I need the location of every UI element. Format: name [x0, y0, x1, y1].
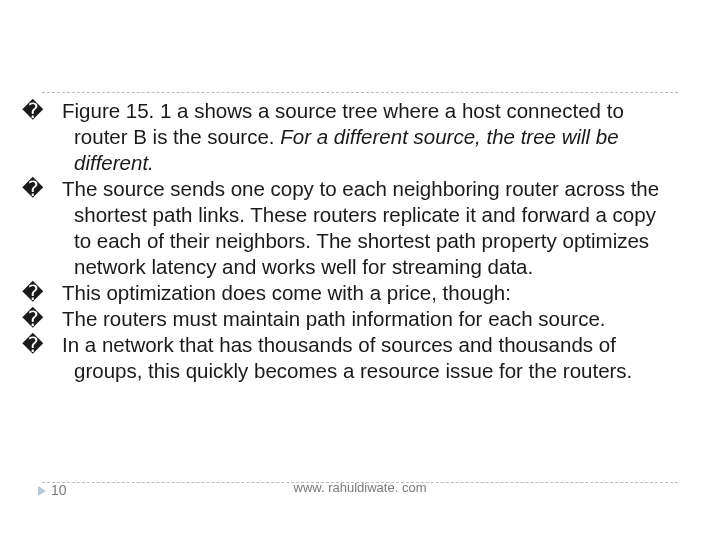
bullet-square-icon: � [48, 332, 62, 358]
bullet-square-icon: � [48, 306, 62, 332]
slide: �Figure 15. 1 a shows a source tree wher… [0, 0, 720, 540]
bullet-square-icon: � [48, 176, 62, 202]
bullet-item: �In a network that has thousands of sour… [48, 332, 672, 384]
bullet-item: �The routers must maintain path informat… [48, 306, 672, 332]
bullet-item: �Figure 15. 1 a shows a source tree wher… [48, 98, 672, 176]
footer-url: www. rahuldiwate. com [0, 480, 720, 495]
divider-top [42, 92, 678, 93]
bullet-square-icon: � [48, 280, 62, 306]
bullet-text: The routers must maintain path informati… [62, 307, 606, 330]
bullet-item: �The source sends one copy to each neigh… [48, 176, 672, 280]
bullet-item: �This optimization does come with a pric… [48, 280, 672, 306]
bullet-text: This optimization does come with a price… [62, 281, 511, 304]
bullet-square-icon: � [48, 98, 62, 124]
slide-body: �Figure 15. 1 a shows a source tree wher… [48, 98, 672, 510]
bullet-text: In a network that has thousands of sourc… [62, 333, 632, 382]
bullet-text: The source sends one copy to each neighb… [62, 177, 659, 278]
